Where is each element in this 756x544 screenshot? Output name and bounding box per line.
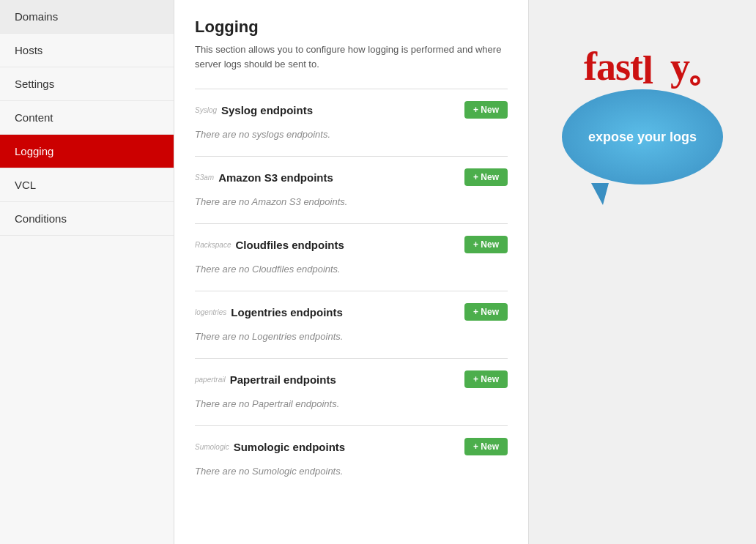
sidebar-item-domains[interactable]: Domains: [0, 0, 174, 34]
speech-bubble: expose your logs: [562, 89, 723, 185]
empty-message-logentries: There are no Logentries endpoints.: [195, 328, 508, 346]
section-title-s3: Amazon S3 endpoints: [218, 171, 333, 184]
fastly-logo-a: a: [596, 44, 615, 89]
main-content: Logging This section allows you to confi…: [174, 0, 529, 544]
sidebar-item-settings[interactable]: Settings: [0, 67, 174, 101]
fastly-logo-text: f: [584, 44, 596, 89]
section-header-logentries: logentriesLogentries endpointsNew: [195, 303, 508, 321]
new-button-cloudfiles[interactable]: New: [464, 236, 508, 253]
section-papertrail: papertrailPapertrail endpointsNewThere a…: [195, 358, 508, 425]
section-header-s3: S3amAmazon S3 endpointsNew: [195, 168, 508, 186]
empty-message-syslog: There are no syslogs endpoints.: [195, 126, 508, 144]
section-title-group-logentries: logentriesLogentries endpoints: [195, 306, 343, 318]
section-title-cloudfiles: Cloudfiles endpoints: [235, 239, 344, 251]
sidebar-item-logging[interactable]: Logging: [0, 135, 174, 168]
section-icon-label-papertrail: papertrail: [195, 376, 226, 384]
new-button-papertrail[interactable]: New: [464, 370, 508, 388]
page-wrapper: DomainsHostsSettingsContentLoggingVCLCon…: [0, 0, 756, 544]
fastly-logo-t: t: [630, 44, 642, 89]
section-title-group-papertrail: papertrailPapertrail endpoints: [195, 373, 336, 386]
fastly-logo-l: l: [642, 44, 670, 89]
sidebar-item-hosts[interactable]: Hosts: [0, 34, 174, 67]
section-header-sumologic: SumologicSumologic endpointsNew: [195, 438, 508, 455]
empty-message-papertrail: There are no Papertrail endpoints.: [195, 395, 508, 414]
sections-container: SyslogSyslog endpointsNewThere are no sy…: [195, 89, 508, 493]
section-header-papertrail: papertrailPapertrail endpointsNew: [195, 370, 508, 388]
section-syslog: SyslogSyslog endpointsNewThere are no sy…: [195, 89, 508, 156]
section-title-group-sumologic: SumologicSumologic endpoints: [195, 441, 345, 453]
section-title-sumologic: Sumologic endpoints: [234, 441, 346, 453]
section-icon-label-sumologic: Sumologic: [195, 443, 229, 451]
section-s3: S3amAmazon S3 endpointsNewThere are no A…: [195, 156, 508, 223]
section-title-group-s3: S3amAmazon S3 endpoints: [195, 171, 333, 184]
section-title-syslog: Syslog endpoints: [221, 104, 313, 116]
page-description: This section allows you to configure how…: [195, 42, 508, 71]
new-button-s3[interactable]: New: [464, 168, 508, 186]
sidebar-item-vcl[interactable]: VCL: [0, 168, 174, 202]
section-title-group-syslog: SyslogSyslog endpoints: [195, 104, 313, 116]
section-title-papertrail: Papertrail endpoints: [230, 373, 336, 386]
svg-text:l: l: [642, 50, 653, 89]
section-cloudfiles: RackspaceCloudfiles endpointsNewThere ar…: [195, 223, 508, 291]
section-header-cloudfiles: RackspaceCloudfiles endpointsNew: [195, 236, 508, 253]
empty-message-s3: There are no Amazon S3 endpoints.: [195, 193, 508, 212]
svg-point-2: [693, 78, 697, 83]
section-icon-label-cloudfiles: Rackspace: [195, 241, 231, 249]
speech-bubble-text: expose your logs: [577, 122, 708, 152]
fastly-logo-y: y: [670, 44, 689, 89]
sidebar-item-content[interactable]: Content: [0, 101, 174, 135]
section-sumologic: SumologicSumologic endpointsNewThere are…: [195, 425, 508, 493]
section-icon-label-syslog: Syslog: [195, 106, 217, 114]
new-button-logentries[interactable]: New: [464, 303, 508, 321]
section-title-logentries: Logentries endpoints: [231, 306, 343, 318]
sidebar: DomainsHostsSettingsContentLoggingVCLCon…: [0, 0, 174, 544]
new-button-syslog[interactable]: New: [464, 101, 508, 119]
section-title-group-cloudfiles: RackspaceCloudfiles endpoints: [195, 239, 344, 251]
section-icon-label-logentries: logentries: [195, 308, 226, 316]
section-header-syslog: SyslogSyslog endpointsNew: [195, 101, 508, 119]
sidebar-item-conditions[interactable]: Conditions: [0, 202, 174, 236]
empty-message-cloudfiles: There are no Cloudfiles endpoints.: [195, 261, 508, 279]
empty-message-sumologic: There are no Sumologic endpoints.: [195, 463, 508, 481]
right-panel: f a s t l y: [529, 0, 756, 544]
speech-bubble-wrapper: expose your logs: [562, 89, 723, 185]
section-icon-label-s3: S3am: [195, 174, 214, 182]
page-title: Logging: [195, 18, 508, 37]
fastly-logo-container: f a s t l y: [584, 44, 701, 89]
fastly-logo-s: s: [615, 44, 630, 89]
fastly-logo-period: [689, 44, 701, 89]
new-button-sumologic[interactable]: New: [464, 438, 508, 455]
section-logentries: logentriesLogentries endpointsNewThere a…: [195, 291, 508, 358]
